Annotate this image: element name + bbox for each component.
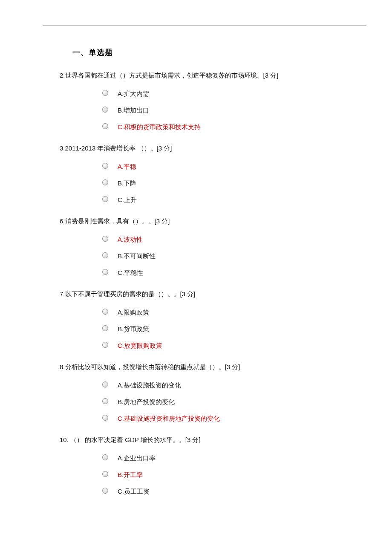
radio-icon[interactable]	[102, 415, 108, 421]
option-label: B.不可间断性	[118, 252, 156, 260]
option-row: C.基础设施投资和房地产投资的变化	[102, 410, 349, 427]
section-title: 一、单选题	[72, 47, 349, 58]
option-label: A.企业出口率	[118, 454, 156, 462]
radio-icon[interactable]	[102, 123, 108, 129]
questions-container: 2.世界各国都在通过（）方式提振市场需求，创造平稳复苏的市场环境。[3 分]A.…	[43, 70, 349, 500]
question-text: 8.分析比较可以知道，投资增长由落转稳的重点就是（）。[3 分]	[60, 362, 349, 372]
option-row: B.不可间断性	[102, 248, 349, 265]
option-label: C.放宽限购政策	[118, 342, 162, 350]
question-3: 3.2011-2013 年消费增长率 （）。[3 分]A.平稳B.下降C.上升	[43, 143, 349, 208]
option-label: B.增加出口	[118, 107, 149, 115]
option-label: A.限购政策	[118, 309, 149, 317]
option-row: B.下降	[102, 175, 349, 192]
option-row: B.房地产投资的变化	[102, 394, 349, 410]
option-row: C.平稳性	[102, 265, 349, 281]
radio-icon[interactable]	[102, 488, 108, 494]
option-row: C.上升	[102, 192, 349, 208]
radio-icon[interactable]	[102, 107, 108, 113]
radio-icon[interactable]	[102, 398, 108, 404]
option-label: C.平稳性	[118, 269, 143, 277]
top-horizontal-rule	[43, 26, 366, 26]
option-row: A.平稳	[102, 159, 349, 175]
question-7: 7.以下不属于管理买房的需求的是（）。。[3 分]A.限购政策B.货币政策C.放…	[43, 289, 349, 354]
option-label: B.房地产投资的变化	[118, 398, 175, 406]
document-page: 一、单选题 2.世界各国都在通过（）方式提振市场需求，创造平稳复苏的市场环境。[…	[0, 0, 392, 530]
radio-icon[interactable]	[102, 179, 108, 185]
radio-icon[interactable]	[102, 163, 108, 169]
question-6: 6.消费是刚性需求，具有（）。。[3 分]A.波动性B.不可间断性C.平稳性	[43, 216, 349, 281]
option-label: A.扩大内需	[118, 90, 149, 98]
question-text: 2.世界各国都在通过（）方式提振市场需求，创造平稳复苏的市场环境。[3 分]	[60, 70, 349, 81]
question-10: 10. （） 的水平决定着 GDP 增长的水平。。[3 分]A.企业出口率B.开…	[43, 435, 349, 500]
option-row: B.货币政策	[102, 321, 349, 338]
radio-icon[interactable]	[102, 90, 108, 96]
question-text: 7.以下不属于管理买房的需求的是（）。。[3 分]	[60, 289, 349, 299]
radio-icon[interactable]	[102, 309, 108, 315]
option-row: A.波动性	[102, 231, 349, 248]
option-row: C.员工工资	[102, 483, 349, 500]
radio-icon[interactable]	[102, 342, 108, 348]
radio-icon[interactable]	[102, 252, 108, 258]
option-label: A.基础设施投资的变化	[118, 382, 181, 390]
question-text: 3.2011-2013 年消费增长率 （）。[3 分]	[60, 143, 349, 153]
radio-icon[interactable]	[102, 471, 108, 477]
question-text: 6.消费是刚性需求，具有（）。。[3 分]	[60, 216, 349, 226]
option-row: C.放宽限购政策	[102, 338, 349, 354]
option-label: C.上升	[118, 196, 137, 204]
option-row: B.增加出口	[102, 102, 349, 119]
option-row: C.积极的货币政策和技术支持	[102, 119, 349, 136]
option-label: C.基础设施投资和房地产投资的变化	[118, 415, 220, 423]
option-label: A.平稳	[118, 163, 136, 171]
option-label: B.下降	[118, 179, 136, 188]
radio-icon[interactable]	[102, 325, 108, 331]
option-row: A.基础设施投资的变化	[102, 377, 349, 394]
radio-icon[interactable]	[102, 236, 108, 242]
option-label: C.员工工资	[118, 488, 150, 496]
option-label: A.波动性	[118, 236, 143, 244]
radio-icon[interactable]	[102, 454, 108, 460]
option-label: B.开工率	[118, 471, 143, 479]
option-row: A.扩大内需	[102, 86, 349, 102]
radio-icon[interactable]	[102, 269, 108, 275]
radio-icon[interactable]	[102, 196, 108, 202]
option-row: A.限购政策	[102, 304, 349, 321]
option-label: B.货币政策	[118, 325, 149, 333]
question-2: 2.世界各国都在通过（）方式提振市场需求，创造平稳复苏的市场环境。[3 分]A.…	[43, 70, 349, 136]
radio-icon[interactable]	[102, 382, 108, 387]
option-label: C.积极的货币政策和技术支持	[118, 123, 201, 131]
question-text: 10. （） 的水平决定着 GDP 增长的水平。。[3 分]	[60, 435, 349, 445]
question-8: 8.分析比较可以知道，投资增长由落转稳的重点就是（）。[3 分]A.基础设施投资…	[43, 362, 349, 427]
option-row: A.企业出口率	[102, 450, 349, 467]
option-row: B.开工率	[102, 467, 349, 483]
